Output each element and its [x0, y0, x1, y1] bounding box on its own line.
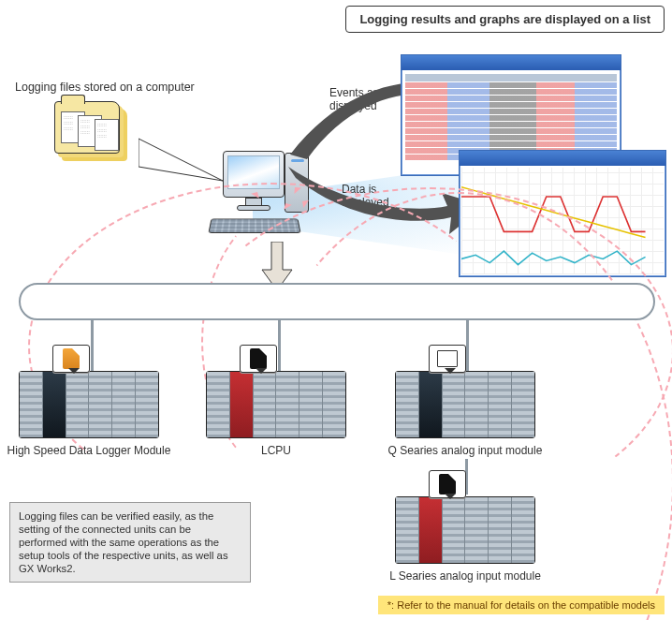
- title-banner: Logging results and graphs are displayed…: [345, 6, 665, 33]
- footnote: *: Refer to the manual for details on th…: [378, 596, 665, 614]
- module-hsdl-label: High Speed Data Logger Module: [0, 444, 178, 457]
- bus-drop-2: [278, 318, 281, 378]
- keyboard-icon: [208, 219, 300, 233]
- module-lcpu: [206, 371, 346, 438]
- folder-tab-icon: [61, 95, 85, 104]
- data-callout: Data is displayed: [342, 183, 416, 209]
- module-q-analog: [395, 371, 535, 438]
- display-icon: [429, 345, 466, 373]
- cf-card-icon: [52, 345, 90, 373]
- events-window-titlebar: [402, 55, 621, 70]
- module-l-analog-label: L Searies analog input module: [376, 569, 554, 583]
- network-bus: [19, 283, 655, 320]
- bus-drop-1: [91, 318, 94, 378]
- module-l-analog: [395, 496, 535, 564]
- folder-icon: :::::::::::::::::: :::::::::::::::::: ::…: [54, 101, 120, 154]
- module-q-analog-label: Q Searies analog input module: [376, 444, 554, 457]
- logging-files-label: Logging files stored on a computer: [15, 81, 195, 94]
- data-window-titlebar: [460, 151, 665, 166]
- data-chart: [461, 168, 664, 274]
- computer-illustration: [215, 145, 328, 248]
- module-hsdl: [19, 371, 159, 438]
- sd-card-icon-2: [429, 470, 466, 498]
- info-box: Logging files can be verified easily, as…: [9, 502, 251, 583]
- sd-card-icon: [240, 345, 277, 373]
- module-lcpu-label: LCPU: [187, 444, 365, 457]
- bus-drop-3: [466, 318, 469, 378]
- folder-illustration: :::::::::::::::::: :::::::::::::::::: ::…: [54, 101, 157, 174]
- data-window: [459, 150, 666, 277]
